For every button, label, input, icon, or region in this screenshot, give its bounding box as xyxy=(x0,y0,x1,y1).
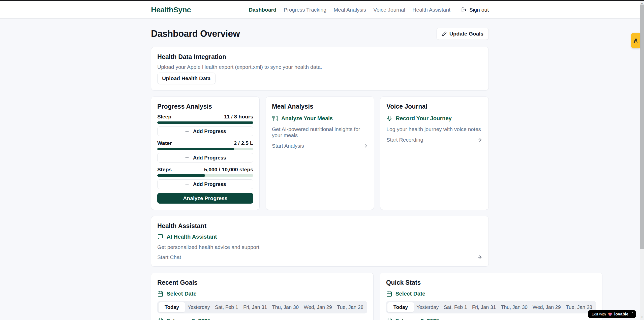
edit-badge-brand: lovable xyxy=(614,312,629,316)
metric-label: Water xyxy=(157,140,172,146)
update-goals-button[interactable]: Update Goals xyxy=(437,28,489,40)
main-nav: Dashboard Progress Tracking Meal Analysi… xyxy=(249,7,489,13)
metric-water: Water 2 / 2.5 L Add Progress xyxy=(157,140,253,163)
log-out-icon xyxy=(461,7,467,13)
metric-label: Steps xyxy=(157,167,172,173)
tab-today[interactable]: Today xyxy=(387,302,414,312)
edit-badge-prefix: Edit with xyxy=(592,312,606,316)
tab-sat-feb-1[interactable]: Sat, Feb 1 xyxy=(212,302,241,312)
card-description: Upload your Apple Health export (export.… xyxy=(157,64,482,70)
progress-bar-fill xyxy=(157,148,234,150)
page-title: Dashboard Overview xyxy=(151,28,240,39)
action-label: Start Recording xyxy=(386,137,423,143)
calendar-icon xyxy=(386,291,392,297)
card-title: Health Data Integration xyxy=(157,53,482,60)
message-square-icon xyxy=(157,234,163,240)
analyze-your-meals-link[interactable]: Analyze Your Meals xyxy=(272,115,368,122)
calendar-icon xyxy=(157,291,163,297)
plus-icon xyxy=(185,129,190,134)
arrow-right-icon xyxy=(477,254,482,260)
card-title: Health Assistant xyxy=(157,222,482,230)
lovable-logo-icon xyxy=(633,38,638,43)
tab-thu-jan-30[interactable]: Thu, Jan 30 xyxy=(498,302,530,312)
date-tabs: Today Yesterday Sat, Feb 1 Fri, Jan 31 T… xyxy=(157,301,367,313)
tab-fri-jan-31[interactable]: Fri, Jan 31 xyxy=(241,302,269,312)
metric-label: Sleep xyxy=(157,114,171,120)
voice-journal-card: Voice Journal Record Your Journey Log yo… xyxy=(380,97,489,210)
progress-bar-fill xyxy=(157,174,205,177)
action-label: Start Chat xyxy=(157,254,181,260)
scroll-up-arrow[interactable]: ▲ xyxy=(640,1,644,5)
quick-stats-card: Quick Stats Select Date Today Yesterday … xyxy=(380,273,602,320)
window-top-strip xyxy=(0,0,644,1)
tab-tue-jan-28[interactable]: Tue, Jan 28 xyxy=(334,302,366,312)
progress-bar xyxy=(157,174,253,177)
card-title: Voice Journal xyxy=(386,103,482,110)
action-label: Start Analysis xyxy=(272,143,304,149)
app-logo: HealthSync xyxy=(151,6,191,14)
metric-value: 2 / 2.5 L xyxy=(234,140,253,146)
metric-sleep: Sleep 11 / 8 hours Add Progress xyxy=(157,114,253,136)
close-icon[interactable]: × xyxy=(631,311,633,314)
metric-steps: Steps 5,000 / 10,000 steps Add Progress xyxy=(157,167,253,189)
card-title: Progress Analysis xyxy=(157,103,253,110)
app-header: HealthSync Dashboard Progress Tracking M… xyxy=(0,1,640,19)
select-date-button[interactable]: Select Date xyxy=(386,291,596,297)
select-date-button[interactable]: Select Date xyxy=(157,291,367,297)
progress-analysis-card: Progress Analysis Sleep 11 / 8 hours Add… xyxy=(151,97,260,210)
progress-bar-fill xyxy=(157,121,253,124)
metric-value: 5,000 / 10,000 steps xyxy=(204,167,253,173)
card-description: Get personalized health advice and suppo… xyxy=(157,244,482,250)
sign-out-button[interactable]: Sign out xyxy=(461,7,489,13)
date-tabs: Today Yesterday Sat, Feb 1 Fri, Jan 31 T… xyxy=(386,301,596,313)
current-date-label: February 3, 2025 xyxy=(157,318,367,320)
scrollbar-thumb[interactable] xyxy=(640,5,644,249)
tab-yesterday[interactable]: Yesterday xyxy=(185,302,212,312)
nav-item-dashboard[interactable]: Dashboard xyxy=(249,7,277,13)
heart-gradient-icon xyxy=(608,312,612,316)
utensils-icon xyxy=(272,115,278,121)
tab-wed-jan-29[interactable]: Wed, Jan 29 xyxy=(301,302,334,312)
tab-sat-feb-1[interactable]: Sat, Feb 1 xyxy=(441,302,470,312)
health-data-integration-card: Health Data Integration Upload your Appl… xyxy=(151,47,489,90)
current-date-label: February 3, 2025 xyxy=(386,318,596,320)
add-progress-button[interactable]: Add Progress xyxy=(157,179,253,189)
plus-icon xyxy=(185,155,190,160)
calendar-icon xyxy=(157,318,163,320)
start-analysis-action[interactable]: Start Analysis xyxy=(272,143,368,149)
progress-bar xyxy=(157,121,253,124)
tab-thu-jan-30[interactable]: Thu, Jan 30 xyxy=(269,302,301,312)
meal-analysis-card: Meal Analysis Analyze Your Meals Get AI-… xyxy=(266,97,374,210)
upload-health-data-button[interactable]: Upload Health Data xyxy=(157,73,216,84)
tab-fri-jan-31[interactable]: Fri, Jan 31 xyxy=(470,302,498,312)
card-description: Get AI-powered nutritional insights for … xyxy=(272,126,368,138)
metric-value: 11 / 8 hours xyxy=(224,114,253,120)
tab-today[interactable]: Today xyxy=(159,302,185,312)
pencil-icon xyxy=(442,31,447,36)
nav-item-voice-journal[interactable]: Voice Journal xyxy=(373,7,405,13)
ai-health-assistant-link[interactable]: AI Health Assistant xyxy=(157,234,482,240)
add-progress-button[interactable]: Add Progress xyxy=(157,126,253,136)
add-progress-button[interactable]: Add Progress xyxy=(157,153,253,163)
arrow-right-icon xyxy=(477,137,482,143)
tab-yesterday[interactable]: Yesterday xyxy=(414,302,441,312)
arrow-right-icon xyxy=(362,143,368,149)
nav-item-meal-analysis[interactable]: Meal Analysis xyxy=(334,7,366,13)
start-chat-action[interactable]: Start Chat xyxy=(157,254,482,260)
card-title: Meal Analysis xyxy=(272,103,368,110)
recent-goals-card: Recent Goals Select Date Today Yesterday… xyxy=(151,273,374,320)
card-description: Log your health journey with voice notes xyxy=(386,126,482,132)
scroll-down-arrow[interactable]: ▼ xyxy=(640,315,644,319)
analyze-progress-button[interactable]: Analyze Progress xyxy=(157,193,253,204)
progress-bar xyxy=(157,148,253,150)
edit-with-lovable-badge[interactable]: Edit with lovable × xyxy=(588,310,636,318)
start-recording-action[interactable]: Start Recording xyxy=(386,137,482,143)
lovable-edge-badge[interactable] xyxy=(631,33,640,48)
calendar-icon xyxy=(386,318,392,320)
card-title: Quick Stats xyxy=(386,279,596,286)
vertical-scrollbar[interactable]: ▲ ▼ xyxy=(640,0,644,320)
nav-item-health-assistant[interactable]: Health Assistant xyxy=(412,7,450,13)
nav-item-progress-tracking[interactable]: Progress Tracking xyxy=(284,7,326,13)
record-your-journey-link[interactable]: Record Your Journey xyxy=(386,115,482,122)
tab-wed-jan-29[interactable]: Wed, Jan 29 xyxy=(530,302,563,312)
